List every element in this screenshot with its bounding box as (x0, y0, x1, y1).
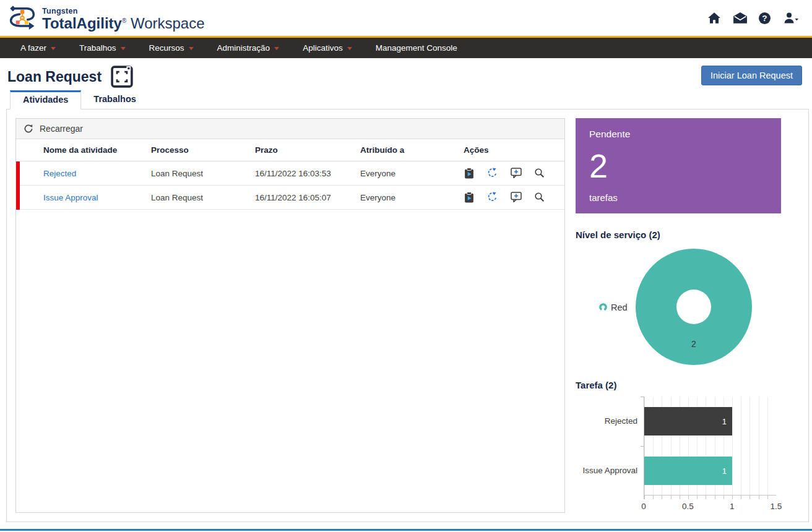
service-level-chart: Nível de serviço (2) Red 2 (576, 230, 800, 370)
user-menu-icon[interactable] (784, 11, 798, 25)
x-axis-ticks (644, 496, 776, 499)
legend-label: Red (611, 302, 628, 312)
brand-suffix: Workspace (126, 15, 204, 32)
nav-item-a-fazer[interactable]: A fazer (9, 38, 67, 58)
chevron-down-icon (51, 47, 56, 50)
process-form-icon[interactable] (111, 66, 133, 88)
table-header-row: Nome da atividade Processo Prazo Atribuí… (18, 139, 564, 161)
activity-link[interactable]: Rejected (43, 169, 76, 178)
app-header: Tungsten TotalAgility® Workspace ? (0, 0, 812, 36)
service-level-title: Nível de serviço (2) (576, 230, 800, 240)
tab-strip: Atividades Trabalhos (0, 90, 812, 109)
reassign-icon[interactable] (487, 192, 498, 203)
process-cell: Loan Request (151, 186, 255, 210)
bar-value-label: 1 (722, 466, 727, 475)
pending-card-title: Pendente (589, 129, 767, 140)
home-icon[interactable] (707, 11, 722, 25)
view-details-icon[interactable] (534, 168, 545, 179)
assigned-cell: Everyone (360, 161, 464, 186)
help-icon[interactable]: ? (758, 11, 773, 25)
bar-issue-approval[interactable]: 1 (644, 457, 732, 485)
nav-item-trabalhos[interactable]: Trabalhos (67, 38, 137, 58)
task-chart: Tarefa (2) Rejected Issue Approval 1 1 0 (576, 380, 800, 515)
bar-plot-area: 1 1 (644, 397, 776, 496)
chevron-down-icon (347, 47, 352, 50)
nav-item-recursos[interactable]: Recursos (137, 38, 205, 58)
col-acoes: Ações (464, 139, 564, 161)
x-tick-label: 1 (730, 502, 735, 511)
activities-grid: Recarregar Nome da atividade Processo Pr… (15, 118, 565, 513)
chevron-down-icon (189, 47, 194, 50)
footer-divider (0, 529, 812, 532)
due-cell: 16/11/2022 16:03:53 (255, 161, 360, 186)
pending-card-unit: tarefas (589, 192, 767, 203)
add-note-icon[interactable] (511, 168, 522, 179)
activities-table: Nome da atividade Processo Prazo Atribuí… (16, 139, 564, 210)
legend-marker-icon (599, 303, 607, 311)
totalagility-logo-icon (6, 4, 38, 32)
reassign-icon[interactable] (487, 168, 498, 179)
donut-chart: 2 (634, 247, 753, 369)
main-navbar: A fazer Trabalhos Recursos Administração… (0, 38, 812, 58)
tab-trabalhos[interactable]: Trabalhos (81, 90, 149, 109)
nav-item-aplicativos[interactable]: Aplicativos (291, 38, 364, 58)
x-axis-labels: 0 0.5 1 1.5 (644, 502, 776, 515)
pending-card-count: 2 (589, 148, 767, 184)
reload-label: Recarregar (40, 124, 83, 134)
tab-content: Recarregar Nome da atividade Processo Pr… (6, 109, 809, 522)
refresh-icon (24, 124, 33, 134)
category-label: Issue Approval (576, 446, 644, 496)
table-row[interactable]: Rejected Loan Request 16/11/2022 16:03:5… (18, 161, 564, 186)
x-tick-label: 1.5 (771, 502, 782, 511)
page-title: Loan Request (7, 69, 102, 85)
nav-item-management-console[interactable]: Management Console (364, 38, 469, 58)
assigned-cell: Everyone (360, 186, 464, 210)
open-activity-icon[interactable] (464, 168, 475, 179)
col-processo: Processo (151, 139, 255, 161)
open-activity-icon[interactable] (464, 192, 475, 203)
brand-name: TotalAgility® Workspace (42, 15, 205, 31)
mail-icon[interactable] (733, 11, 748, 25)
activity-link[interactable]: Issue Approval (43, 193, 98, 202)
view-details-icon[interactable] (534, 192, 545, 203)
x-tick-label: 0 (641, 502, 646, 511)
process-cell: Loan Request (151, 161, 255, 186)
category-label: Rejected (576, 397, 644, 446)
col-prazo: Prazo (255, 139, 360, 161)
nav-item-administracao[interactable]: Administração (205, 38, 292, 58)
bar-rejected[interactable]: 1 (644, 407, 732, 435)
chevron-down-icon (274, 47, 279, 50)
col-atribuido-a: Atribuído a (360, 139, 464, 161)
chevron-down-icon (121, 47, 126, 50)
due-cell: 16/11/2022 16:05:07 (255, 186, 360, 210)
donut-value-label: 2 (691, 339, 696, 349)
svg-text:?: ? (762, 14, 767, 23)
col-nome-da-atividade: Nome da atividade (18, 139, 151, 161)
brand-logo: Tungsten TotalAgility® Workspace (6, 4, 205, 32)
legend-item-red[interactable]: Red (599, 302, 628, 312)
bar-value-label: 1 (722, 416, 727, 426)
reload-button[interactable]: Recarregar (16, 119, 564, 139)
start-loan-request-button[interactable]: Iniciar Loan Request (701, 66, 802, 85)
pending-card[interactable]: Pendente 2 tarefas (576, 118, 781, 213)
tab-atividades[interactable]: Atividades (10, 90, 81, 109)
table-row[interactable]: Issue Approval Loan Request 16/11/2022 1… (18, 186, 564, 210)
dashboard-panel: Pendente 2 tarefas Nível de serviço (2) … (576, 118, 800, 513)
task-chart-title: Tarefa (2) (576, 380, 800, 390)
x-tick-label: 0.5 (682, 502, 694, 511)
add-note-icon[interactable] (511, 192, 522, 203)
